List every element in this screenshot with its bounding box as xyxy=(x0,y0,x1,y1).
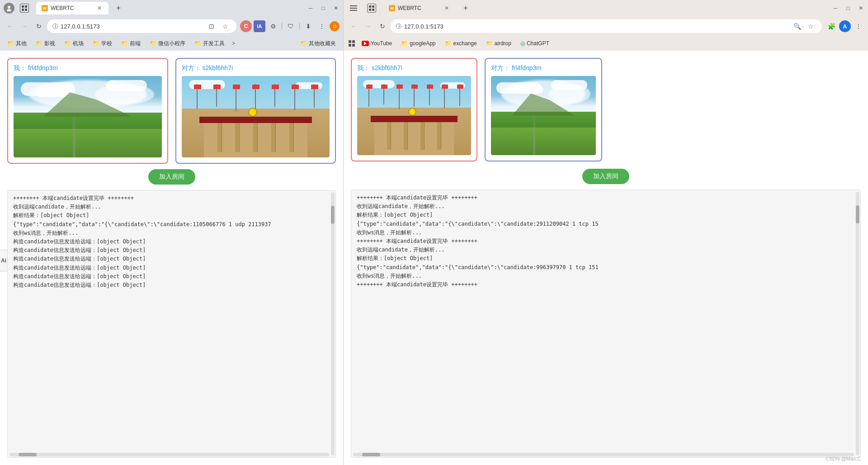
left-refresh-button[interactable]: ↻ xyxy=(33,20,45,33)
svg-rect-12 xyxy=(372,9,374,11)
right-bookmark-label-chatgpt: ChatGPT xyxy=(527,40,549,47)
left-bookmark-film[interactable]: 📁 影视 xyxy=(32,39,59,48)
left-more-icon[interactable]: ⋮ xyxy=(316,20,328,32)
right-log-line-7: 解析结果：[object Object] xyxy=(357,254,855,263)
left-star-icon[interactable]: ☆ xyxy=(219,20,231,32)
left-log-scrollbar-h[interactable] xyxy=(9,453,329,456)
flag-2 xyxy=(212,84,221,89)
right-bookmark-chatgpt[interactable]: ◎ ChatGPT xyxy=(517,39,553,47)
right-bookmark-exchange[interactable]: 📁 exchange xyxy=(441,39,481,47)
right-local-id: s2kbf6hh7i xyxy=(372,64,402,71)
right-remote-panel: 对方： frl4fdnp3m xyxy=(485,58,602,161)
right-log-scrollbar-v-thumb[interactable] xyxy=(856,205,859,223)
left-folder-icon-school: 📁 xyxy=(93,40,99,47)
left-tab-close[interactable]: ✕ xyxy=(96,5,103,12)
left-local-panel: 我： frl4fdnp3m xyxy=(7,58,168,164)
right-close-button[interactable]: ✕ xyxy=(857,5,864,12)
left-shield-icon[interactable]: 🛡 xyxy=(285,20,297,32)
right-log-scrollbar-v[interactable] xyxy=(856,192,859,456)
left-bookmark-frontend[interactable]: 📁 前端 xyxy=(118,39,144,48)
right-title-bar: W WEBRTC ✕ + ─ □ ✕ xyxy=(344,0,868,16)
left-profile-avatar[interactable] xyxy=(4,3,14,14)
right-apps-icon[interactable] xyxy=(347,39,356,48)
left-tab-switcher[interactable] xyxy=(20,4,29,13)
right-address-input[interactable]: ℹ 127.0.0.1:5173 🔍 ☆ xyxy=(391,19,822,33)
right-bookmark-youtube[interactable]: YouTube xyxy=(358,39,396,47)
right-profile-avatar[interactable]: A xyxy=(839,20,851,32)
left-bookmark-devtools[interactable]: 📁 开发工具 xyxy=(191,39,228,48)
svg-point-0 xyxy=(8,6,10,9)
right-extensions-icon[interactable]: 🧩 xyxy=(826,20,837,32)
right-search-icon[interactable]: 🔍 xyxy=(791,20,803,32)
left-bookmarks-more[interactable]: > xyxy=(230,39,237,47)
right-minimize-button[interactable]: ─ xyxy=(832,5,839,12)
right-log-line-10: ++++++++ 本端candidate设置完毕 ++++++++ xyxy=(357,280,855,289)
left-bookmark-label-film: 影视 xyxy=(44,40,55,47)
right-new-tab-button[interactable]: + xyxy=(459,2,472,14)
left-log-scrollbar-h-thumb[interactable] xyxy=(19,453,37,456)
right-tab-close[interactable]: ✕ xyxy=(443,5,450,12)
left-back-button[interactable]: ← xyxy=(4,20,16,33)
right-video-panels: 我： s2kbf6hh7i xyxy=(351,58,861,161)
left-maximize-button[interactable]: □ xyxy=(320,5,327,12)
left-remote-panel: 对方： s2kbf6hh7i xyxy=(175,58,336,164)
right-tab-webrtc[interactable]: W WEBRTC ✕ xyxy=(383,2,456,14)
right-bookmark-airdrop[interactable]: 📁 airdrop xyxy=(482,39,515,47)
r-tian-building xyxy=(374,119,454,155)
right-bookmark-google[interactable]: 📁 googleApp xyxy=(397,39,439,47)
left-download-icon[interactable]: ⬇ xyxy=(302,20,314,32)
right-join-button[interactable]: 加入房间 xyxy=(582,169,629,184)
left-sidebar-icon[interactable]: ⊙ xyxy=(330,21,340,31)
left-webrtc-app: 我： frl4fdnp3m xyxy=(0,51,343,465)
svg-rect-10 xyxy=(372,5,374,8)
left-minimize-button[interactable]: ─ xyxy=(307,5,314,12)
left-log-scrollbar-v[interactable] xyxy=(331,192,335,456)
right-star-icon[interactable]: ☆ xyxy=(805,20,816,32)
right-sidebar-toggle[interactable] xyxy=(347,2,360,14)
left-toolbar-icons: C IA ⚙ 🛡 ⬇ ⋮ ⊙ xyxy=(240,20,340,32)
left-tab-webrtc[interactable]: W WEBRTC ✕ xyxy=(36,2,108,14)
svg-rect-11 xyxy=(369,9,371,11)
right-browser: W WEBRTC ✕ + ─ □ ✕ ← → ↻ ℹ 127.0.0.1:517… xyxy=(344,0,868,465)
right-google-icon: 📁 xyxy=(401,40,408,47)
svg-rect-5 xyxy=(25,9,27,11)
left-new-tab-button[interactable]: + xyxy=(112,2,125,14)
left-bookmark-other-collection[interactable]: 📁 其他收藏夹 xyxy=(297,39,340,48)
left-bookmark-wechat[interactable]: 📁 微信小程序 xyxy=(146,39,189,48)
right-page-content: 我： s2kbf6hh7i xyxy=(344,51,868,465)
right-log-scrollbar-h[interactable] xyxy=(353,453,854,456)
right-maximize-button[interactable]: □ xyxy=(844,5,852,12)
left-extension-icon-c[interactable]: C xyxy=(240,20,252,32)
right-more-icon[interactable]: ⋮ xyxy=(853,20,864,32)
right-forward-button[interactable]: → xyxy=(362,20,374,33)
right-log-scrollbar-h-thumb[interactable] xyxy=(362,453,380,456)
left-folder-icon-collection: 📁 xyxy=(300,40,307,47)
flag-4 xyxy=(251,84,259,89)
left-extension-icon-ia[interactable]: IA xyxy=(254,20,265,32)
left-bookmarks-bar: 📁 其他 📁 影视 📁 机场 📁 学校 📁 前端 📁 微信小程序 📁 开发工具 … xyxy=(0,36,343,51)
left-close-button[interactable]: ✕ xyxy=(332,5,340,12)
left-join-button[interactable]: 加入房间 xyxy=(148,169,195,185)
right-local-video-frame: ⭐ xyxy=(357,76,471,155)
left-log-scrollbar-v-thumb[interactable] xyxy=(331,206,335,224)
right-refresh-button[interactable]: ↻ xyxy=(376,20,389,33)
right-bookmark-label-youtube: YouTube xyxy=(371,40,392,47)
tian-building xyxy=(204,121,307,157)
left-bookmark-school[interactable]: 📁 学校 xyxy=(89,39,116,48)
left-tab-favicon: W xyxy=(42,5,48,11)
tian-roof xyxy=(199,117,312,123)
left-address-input[interactable]: ℹ 127.0.0.1:5173 ⊡ ☆ xyxy=(47,19,236,33)
right-tab-switcher[interactable] xyxy=(367,4,376,13)
left-qr-icon[interactable]: ⊡ xyxy=(206,20,217,32)
left-settings-icon[interactable]: ⚙ xyxy=(267,20,279,32)
svg-rect-2 xyxy=(22,5,24,8)
right-log-line-6: 收到远端candidate，开始解析... xyxy=(357,246,855,254)
right-back-button[interactable]: ← xyxy=(347,20,360,33)
flag-5 xyxy=(271,84,279,89)
right-remote-label: 对方： frl4fdnp3m xyxy=(491,64,596,72)
left-bookmark-other[interactable]: 📁 其他 xyxy=(4,39,30,48)
left-bookmark-airport[interactable]: 📁 机场 xyxy=(61,39,87,48)
left-log-line-8: 构造candidate信息发送给远端：[object Object] xyxy=(13,264,330,272)
left-forward-button[interactable]: → xyxy=(18,20,31,33)
left-bookmark-label-collection: 其他收藏夹 xyxy=(309,40,336,47)
